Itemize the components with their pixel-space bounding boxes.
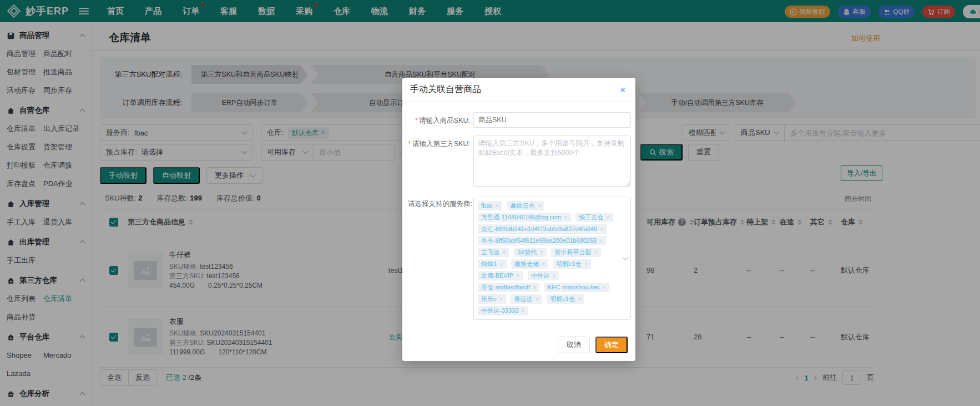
provider-tag: 北俄-BEVIP — [478, 271, 523, 280]
provider-tag: 3X货代 — [514, 248, 547, 257]
provider-tag: 谷仓-asdfasdfasdf — [478, 283, 539, 292]
modal-body: *请输入商品SKU: *请输入第三方SKU: 请选择支持的服务商: fbac 鑫… — [402, 102, 635, 320]
modal-footer: 取消 确定 — [402, 328, 635, 361]
product-sku-input[interactable] — [473, 112, 631, 128]
tag-remove-icon[interactable] — [599, 237, 603, 245]
tag-remove-icon[interactable] — [539, 248, 543, 257]
tag-remove-icon[interactable] — [542, 260, 545, 268]
modal-title: 手动关联自营商品 — [410, 84, 481, 96]
tag-remove-icon[interactable] — [499, 295, 503, 303]
tag-remove-icon[interactable] — [538, 202, 541, 210]
provider-tag: KEC-miaoshou.kec — [544, 283, 610, 292]
provider-tag: 谷仓-6ff50abf64f611e98ea200e01b680258 — [478, 236, 607, 245]
tag-remove-icon[interactable] — [502, 248, 506, 257]
manual-associate-modal: 手动关联自营商品 *请输入商品SKU: *请输入第三方SKU: 请选择支持的服务… — [402, 78, 635, 361]
provider-tag: fbac — [478, 201, 502, 210]
provider-tag: 明辉c1仓 — [553, 259, 591, 269]
tag-remove-icon[interactable] — [533, 283, 536, 292]
provider-tag: 乐乐c — [478, 294, 506, 304]
provider-tag: 货小易平台型 — [551, 248, 600, 257]
tag-remove-icon[interactable] — [552, 272, 555, 280]
confirm-button[interactable]: 确定 — [595, 337, 628, 353]
provider-tag: 中外运-33333 — [478, 306, 528, 315]
cancel-button[interactable]: 取消 — [558, 337, 590, 353]
tag-remove-icon[interactable] — [516, 272, 519, 280]
provider-tag: 明辉c1仓 — [547, 294, 584, 304]
provider-tag: 立飞达 — [478, 248, 509, 257]
tag-remove-icon[interactable] — [521, 307, 524, 315]
provider-tag: 微笑仓储 — [511, 259, 548, 269]
tag-remove-icon[interactable] — [578, 295, 581, 303]
provider-select-row: 请选择支持的服务商: fbac 鑫歌云仓 万邑通-1148046195@qq.c… — [408, 197, 631, 320]
tag-remove-icon[interactable] — [499, 260, 503, 268]
modal-header: 手动关联自营商品 — [402, 78, 635, 102]
provider-tags-multiselect[interactable]: fbac 鑫歌云仓 万邑通-1148046195@qq.com 快工云仓 众汇-… — [473, 197, 631, 320]
third-party-sku-textarea[interactable] — [473, 136, 631, 187]
chevron-down-icon[interactable] — [623, 255, 628, 260]
tag-remove-icon[interactable] — [594, 248, 597, 257]
product-sku-field-row: *请输入商品SKU: — [408, 112, 631, 128]
provider-tag: 鑫歌云仓 — [507, 201, 544, 210]
provider-tag: 中外运 — [528, 271, 559, 280]
tag-remove-icon[interactable] — [600, 225, 603, 233]
provider-tag: 众汇-88f9db241e1d4f72abfe9a827d4fa040 — [478, 224, 607, 234]
provider-tag: 喜运达 — [511, 294, 542, 304]
required-asterisk: * — [415, 117, 417, 124]
third-party-sku-field-row: *请输入第三方SKU: — [408, 136, 631, 189]
tag-remove-icon[interactable] — [564, 213, 567, 222]
tag-remove-icon[interactable] — [606, 213, 609, 222]
tag-remove-icon[interactable] — [496, 202, 499, 210]
tag-remove-icon[interactable] — [603, 283, 606, 292]
tag-remove-icon[interactable] — [584, 260, 588, 268]
required-asterisk: * — [408, 140, 411, 148]
provider-tag: 灿灿1 — [478, 259, 507, 269]
provider-tag: 万邑通-1148046195@qq.com — [478, 213, 571, 222]
provider-tag: 快工云仓 — [575, 213, 613, 222]
close-icon[interactable] — [618, 85, 628, 95]
tag-remove-icon[interactable] — [535, 295, 538, 303]
